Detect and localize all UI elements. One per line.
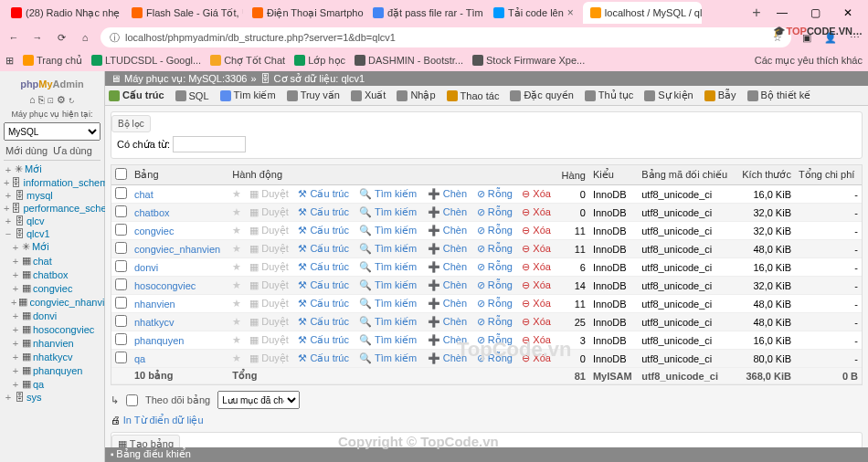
node-link[interactable]: qlcv: [26, 215, 45, 226]
browse-action[interactable]: ▦ Duyệt: [249, 279, 289, 290]
expand-icon[interactable]: +: [11, 310, 20, 321]
insert-action[interactable]: ➕ Chèn: [428, 298, 467, 309]
insert-action[interactable]: ➕ Chèn: [428, 261, 467, 272]
browse-action[interactable]: ▦ Duyệt: [249, 188, 289, 199]
star-icon[interactable]: ★: [232, 188, 241, 199]
search-action[interactable]: 🔍 Tìm kiếm: [359, 261, 417, 272]
main-tab[interactable]: Bẫy: [704, 89, 736, 101]
th-type[interactable]: Kiểu: [589, 165, 638, 185]
insert-action[interactable]: ➕ Chèn: [428, 352, 467, 363]
structure-action[interactable]: ⚒ Cấu trúc: [298, 188, 349, 199]
main-tab[interactable]: Thủ tục: [585, 89, 633, 101]
star-icon[interactable]: ★: [232, 279, 241, 290]
node-link[interactable]: qa: [33, 379, 44, 390]
search-action[interactable]: 🔍 Tìm kiếm: [359, 279, 417, 290]
apps-icon[interactable]: ⊞: [5, 55, 14, 67]
star-icon[interactable]: ★: [232, 206, 241, 217]
node-link[interactable]: phanquyen: [33, 365, 82, 376]
star-icon[interactable]: ★: [232, 352, 241, 363]
tree-node[interactable]: −🗄 qlcv1: [4, 227, 101, 240]
drop-action[interactable]: ⊖ Xóa: [522, 298, 551, 309]
main-tab[interactable]: Nhập: [397, 89, 435, 101]
drop-action[interactable]: ⊖ Xóa: [522, 225, 551, 236]
row-checkbox[interactable]: [115, 205, 127, 217]
url-input[interactable]: ⓘ localhost/phpmyadmin/db_structure.php?…: [101, 27, 791, 47]
structure-action[interactable]: ⚒ Cấu trúc: [298, 279, 349, 290]
structure-action[interactable]: ⚒ Cấu trúc: [298, 316, 349, 327]
expand-icon[interactable]: +: [11, 269, 20, 280]
browse-action[interactable]: ▦ Duyệt: [249, 334, 289, 345]
tree-node[interactable]: +▦ donvi: [4, 309, 101, 322]
row-checkbox[interactable]: [115, 187, 127, 199]
main-tab[interactable]: SQL: [175, 90, 209, 101]
drop-action[interactable]: ⊖ Xóa: [522, 188, 551, 199]
browser-tab[interactable]: Flash Sale - Giá Tốt, Ưu Đã×: [124, 2, 243, 24]
search-action[interactable]: 🔍 Tìm kiếm: [359, 334, 417, 345]
search-action[interactable]: 🔍 Tìm kiếm: [359, 243, 417, 254]
insert-action[interactable]: ➕ Chèn: [428, 334, 467, 345]
tree-node[interactable]: +🗄 performance_schema: [4, 202, 101, 215]
recent-tab[interactable]: Mới dùng: [5, 145, 48, 157]
crumb-server[interactable]: Máy phục vụ: MySQL:3306: [124, 73, 247, 85]
th-rows[interactable]: Hàng: [556, 165, 589, 185]
main-tab[interactable]: Cấu trúc: [109, 89, 164, 101]
empty-action[interactable]: ⊘ Rỗng: [477, 188, 513, 199]
empty-action[interactable]: ⊘ Rỗng: [477, 298, 513, 309]
bookmark-item[interactable]: LTUDCSDL - Googl...: [91, 55, 201, 67]
insert-action[interactable]: ➕ Chèn: [428, 316, 467, 327]
empty-action[interactable]: ⊘ Rỗng: [477, 225, 513, 236]
tree-node[interactable]: +▦ phanquyen: [4, 363, 101, 377]
browse-action[interactable]: ▦ Duyệt: [249, 261, 289, 272]
table-name-link[interactable]: phanquyen: [134, 335, 184, 346]
star-icon[interactable]: ★: [232, 316, 241, 327]
node-link[interactable]: mysql: [26, 190, 53, 201]
table-name-link[interactable]: chat: [134, 189, 153, 200]
star-icon[interactable]: ★: [232, 243, 241, 254]
browser-tab[interactable]: Tải code lên×: [486, 2, 581, 24]
structure-action[interactable]: ⚒ Cấu trúc: [298, 243, 349, 254]
structure-action[interactable]: ⚒ Cấu trúc: [298, 206, 349, 217]
empty-action[interactable]: ⊘ Rỗng: [477, 261, 513, 272]
print-link[interactable]: In Từ điển dữ liệu: [123, 415, 204, 425]
minimize-button[interactable]: —: [766, 6, 799, 19]
bookmark-item[interactable]: Lớp học: [294, 55, 345, 67]
row-checkbox[interactable]: [115, 352, 127, 363]
browser-tab[interactable]: localhost / MySQL / qlcv1×: [583, 2, 702, 24]
structure-action[interactable]: ⚒ Cấu trúc: [298, 334, 349, 345]
back-button[interactable]: ←: [5, 32, 22, 43]
th-table[interactable]: Bảng: [131, 165, 228, 185]
close-tab-icon[interactable]: ×: [567, 6, 574, 19]
expand-icon[interactable]: +: [11, 256, 20, 267]
tree-node[interactable]: +🗄 sys: [4, 391, 101, 404]
row-checkbox[interactable]: [115, 297, 127, 309]
tree-node[interactable]: +🗄 information_schema: [4, 176, 101, 189]
table-name-link[interactable]: nhanvien: [134, 299, 175, 310]
expand-icon[interactable]: +: [4, 215, 13, 226]
expand-icon[interactable]: +: [4, 392, 13, 403]
main-tab[interactable]: Xuất: [351, 89, 386, 101]
sidebar-toolbar[interactable]: ⌂ ⎘ ⊡ ⚙ ↻: [4, 92, 101, 108]
expand-icon[interactable]: +: [11, 379, 20, 390]
row-checkbox[interactable]: [115, 224, 127, 236]
table-name-link[interactable]: congviec_nhanvien: [134, 244, 220, 255]
checkall-label[interactable]: Theo dõi bảng: [145, 394, 210, 406]
drop-action[interactable]: ⊖ Xóa: [522, 334, 551, 345]
th-size[interactable]: Kích thước: [736, 165, 795, 185]
bookmark-item[interactable]: Stock Firmware Xpe...: [472, 55, 585, 67]
empty-action[interactable]: ⊘ Rỗng: [477, 206, 513, 217]
drop-action[interactable]: ⊖ Xóa: [522, 279, 551, 290]
row-checkbox[interactable]: [115, 315, 127, 327]
expand-icon[interactable]: +: [4, 190, 13, 201]
insert-action[interactable]: ➕ Chèn: [428, 188, 467, 199]
tree-node[interactable]: +▦ qa: [4, 377, 101, 391]
tree-node[interactable]: +▦ chatbox: [4, 268, 101, 281]
th-collation[interactable]: Bảng mã đối chiếu: [638, 165, 736, 185]
search-action[interactable]: 🔍 Tìm kiếm: [359, 188, 417, 199]
expand-icon[interactable]: +: [11, 297, 16, 308]
drop-action[interactable]: ⊖ Xóa: [522, 316, 551, 327]
row-checkbox[interactable]: [115, 333, 127, 345]
insert-action[interactable]: ➕ Chèn: [428, 206, 467, 217]
empty-action[interactable]: ⊘ Rỗng: [477, 243, 513, 254]
server-select[interactable]: MySQL: [4, 122, 101, 141]
drop-action[interactable]: ⊖ Xóa: [522, 352, 551, 363]
